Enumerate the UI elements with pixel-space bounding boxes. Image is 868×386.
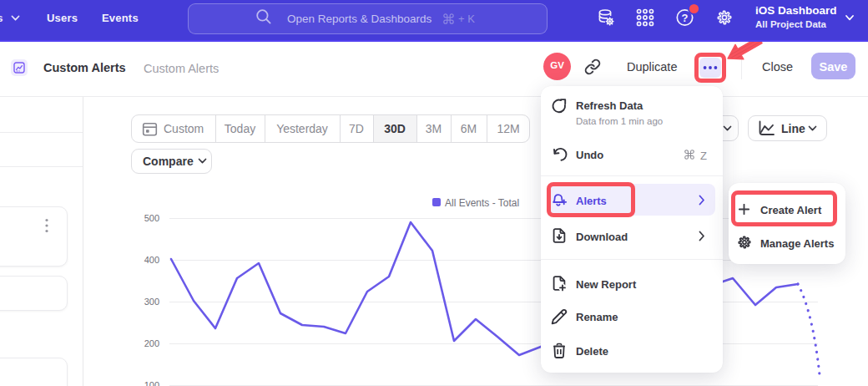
svg-text:?: ? bbox=[682, 12, 689, 24]
